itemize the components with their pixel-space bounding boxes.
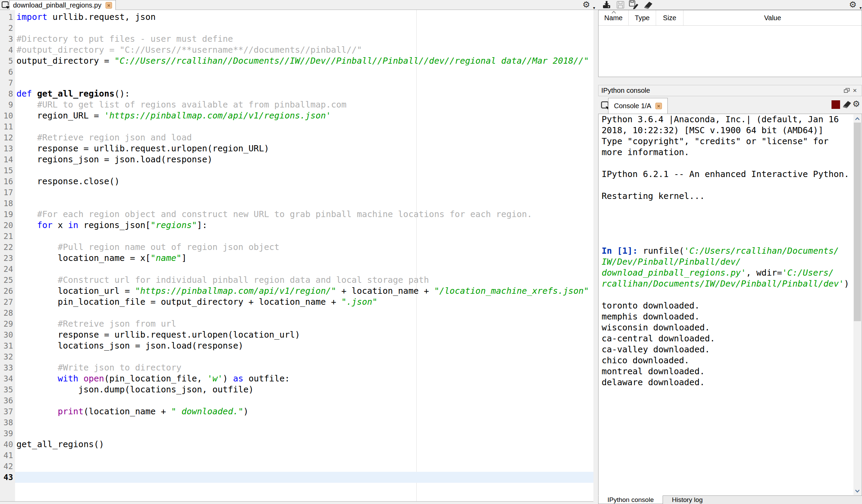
line-number[interactable]: 8 bbox=[0, 88, 15, 99]
line-number[interactable]: 7 bbox=[0, 77, 15, 88]
line-number[interactable]: 24 bbox=[0, 264, 15, 275]
line-number[interactable]: 19 bbox=[0, 209, 15, 220]
code-text[interactable] bbox=[15, 264, 593, 275]
code-line[interactable]: 18 bbox=[0, 198, 593, 209]
line-number[interactable]: 15 bbox=[0, 165, 15, 176]
editor-tab[interactable]: download_pinball_regions.py × bbox=[9, 0, 116, 10]
code-line[interactable]: 3#Directory to put files - user must def… bbox=[0, 34, 593, 45]
line-number[interactable]: 17 bbox=[0, 187, 15, 198]
code-line[interactable]: 42 bbox=[0, 461, 593, 472]
code-line[interactable]: 24 bbox=[0, 264, 593, 275]
line-number[interactable]: 13 bbox=[0, 143, 15, 154]
code-line[interactable]: 17 bbox=[0, 187, 593, 198]
line-number[interactable]: 12 bbox=[0, 132, 15, 143]
code-text[interactable] bbox=[15, 461, 593, 472]
line-number[interactable]: 22 bbox=[0, 242, 15, 253]
console-tab-close-icon[interactable]: × bbox=[655, 103, 662, 109]
line-number[interactable]: 2 bbox=[0, 23, 15, 34]
line-number[interactable]: 6 bbox=[0, 66, 15, 77]
code-text[interactable] bbox=[15, 66, 593, 77]
editor-browse-tabs-button[interactable] bbox=[1, 0, 10, 10]
code-text[interactable] bbox=[15, 121, 593, 132]
code-line[interactable]: 15 bbox=[0, 165, 593, 176]
code-text[interactable] bbox=[15, 395, 593, 406]
line-number[interactable]: 36 bbox=[0, 395, 15, 406]
line-number[interactable]: 10 bbox=[0, 110, 15, 121]
code-line[interactable]: 32 bbox=[0, 351, 593, 362]
pane-tab-history-log[interactable]: History log bbox=[663, 496, 712, 504]
code-text[interactable]: #Pull region name out of region json obj… bbox=[15, 242, 593, 253]
close-pane-button[interactable]: × bbox=[851, 87, 859, 94]
line-number[interactable]: 39 bbox=[0, 428, 15, 439]
line-number[interactable]: 4 bbox=[0, 45, 15, 55]
code-text[interactable]: pin_location_file = output_directory + l… bbox=[15, 297, 593, 307]
code-line[interactable]: 29 #Retreive json from url bbox=[0, 318, 593, 329]
variable-options-button[interactable]: ⚙ ▾ bbox=[849, 0, 861, 10]
editor-tab-close-icon[interactable]: × bbox=[106, 2, 112, 9]
code-line[interactable]: 34 with open(pin_location_file, 'w') as … bbox=[0, 373, 593, 384]
line-number[interactable]: 43 bbox=[0, 472, 15, 483]
variable-save-as-button[interactable] bbox=[628, 0, 640, 10]
code-line[interactable]: 41 bbox=[0, 450, 593, 461]
code-text[interactable] bbox=[15, 187, 593, 198]
line-number[interactable]: 38 bbox=[0, 417, 15, 428]
code-text[interactable] bbox=[15, 198, 593, 209]
code-line[interactable]: 27 pin_location_file = output_directory … bbox=[0, 297, 593, 307]
line-number[interactable]: 1 bbox=[0, 12, 15, 23]
code-line[interactable]: 40get_all_regions() bbox=[0, 439, 593, 450]
scroll-up-arrow-icon[interactable] bbox=[853, 115, 861, 122]
line-number[interactable]: 14 bbox=[0, 154, 15, 165]
code-line[interactable]: 10 region_URL = 'https://pinballmap.com/… bbox=[0, 110, 593, 121]
line-number[interactable]: 16 bbox=[0, 176, 15, 187]
code-line[interactable]: 12 #Retrieve region json and load bbox=[0, 132, 593, 143]
console-output-area[interactable]: Python 3.6.4 |Anaconda, Inc.| (default, … bbox=[598, 114, 862, 496]
code-text[interactable]: def get_all_regions(): bbox=[15, 88, 593, 99]
console-options-button[interactable]: ⚙ ▾ bbox=[852, 99, 862, 110]
line-number[interactable]: 34 bbox=[0, 373, 15, 384]
code-text[interactable]: get_all_regions() bbox=[15, 439, 593, 450]
code-line[interactable]: 13 response = urllib.request.urlopen(reg… bbox=[0, 143, 593, 154]
code-line[interactable]: 1import urllib.request, json bbox=[0, 12, 593, 23]
column-header-value[interactable]: Value bbox=[684, 10, 862, 25]
line-number[interactable]: 35 bbox=[0, 384, 15, 395]
line-number[interactable]: 27 bbox=[0, 297, 15, 307]
line-number[interactable]: 26 bbox=[0, 286, 15, 297]
code-text[interactable] bbox=[15, 428, 593, 439]
code-text[interactable]: #Write json to directory bbox=[15, 362, 593, 373]
code-text[interactable]: location_name = x["name"] bbox=[15, 253, 593, 264]
code-line[interactable]: 35 json.dump(locations_json, outfile) bbox=[0, 384, 593, 395]
line-number[interactable]: 33 bbox=[0, 362, 15, 373]
line-number[interactable]: 42 bbox=[0, 461, 15, 472]
code-line[interactable]: 26 location_url = "https://pinballmap.co… bbox=[0, 286, 593, 297]
code-line[interactable]: 4#output_directory = "C://Users//**usern… bbox=[0, 45, 593, 55]
line-number[interactable]: 21 bbox=[0, 231, 15, 242]
variable-import-button[interactable] bbox=[601, 0, 612, 10]
code-line[interactable]: 28 bbox=[0, 307, 593, 318]
code-editor[interactable]: 1import urllib.request, json23#Directory… bbox=[0, 10, 593, 502]
code-text[interactable]: regions_json = json.load(response) bbox=[15, 154, 593, 165]
code-text[interactable]: #Construct url for individual pinball re… bbox=[15, 275, 593, 286]
code-text[interactable]: json.dump(locations_json, outfile) bbox=[15, 384, 593, 395]
line-number[interactable]: 18 bbox=[0, 198, 15, 209]
line-number[interactable]: 25 bbox=[0, 275, 15, 286]
code-line[interactable]: 14 regions_json = json.load(response) bbox=[0, 154, 593, 165]
code-line[interactable]: 30 response = urllib.request.urlopen(loc… bbox=[0, 329, 593, 340]
code-line[interactable]: 8def get_all_regions(): bbox=[0, 88, 593, 99]
code-line[interactable]: 16 response.close() bbox=[0, 176, 593, 187]
code-line[interactable]: 23 location_name = x["name"] bbox=[0, 253, 593, 264]
scroll-down-arrow-icon[interactable] bbox=[853, 488, 861, 494]
code-line[interactable]: 11 bbox=[0, 121, 593, 132]
code-text[interactable]: with open(pin_location_file, 'w') as out… bbox=[15, 373, 593, 384]
code-text[interactable]: location_url = "https://pinballmap.com/a… bbox=[15, 286, 593, 297]
code-text[interactable]: response.close() bbox=[15, 176, 593, 187]
code-line[interactable]: 9 #URL to get list of regions available … bbox=[0, 99, 593, 110]
code-text[interactable]: output_directory = "C://Users//rcallihan… bbox=[15, 55, 593, 66]
code-text[interactable] bbox=[15, 351, 593, 362]
line-number[interactable]: 28 bbox=[0, 307, 15, 318]
code-text[interactable]: print(location_name + " downloaded.") bbox=[15, 406, 593, 417]
code-line[interactable]: 43 bbox=[0, 472, 593, 483]
line-number[interactable]: 32 bbox=[0, 351, 15, 362]
code-text[interactable] bbox=[15, 231, 593, 242]
line-number[interactable]: 9 bbox=[0, 99, 15, 110]
console-tab[interactable]: Console 1/A × bbox=[608, 98, 668, 114]
